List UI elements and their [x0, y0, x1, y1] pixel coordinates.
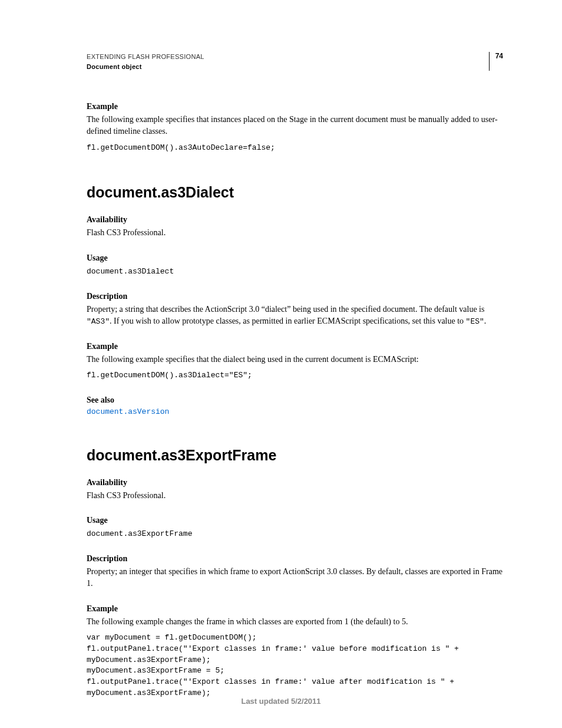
usage-label: Usage: [87, 253, 503, 263]
description-pre: Property; a string that describes the Ac…: [87, 305, 484, 314]
description-label: Description: [87, 554, 503, 564]
heading-as3exportframe: document.as3ExportFrame: [87, 447, 503, 464]
description-code1: "AS3": [87, 317, 110, 326]
example-text: The following example specifies that ins…: [87, 114, 503, 138]
heading-as3dialect: document.as3Dialect: [87, 184, 503, 201]
example-label: Example: [87, 604, 503, 614]
seealso-label: See also: [87, 396, 503, 405]
usage-label: Usage: [87, 516, 503, 525]
description-post: .: [484, 317, 487, 325]
example-label: Example: [87, 342, 503, 351]
footer-updated: Last updated 5/2/2011: [0, 697, 562, 706]
usage-code: document.as3Dialect: [87, 266, 503, 278]
example-text: The following example specifies that the…: [87, 354, 503, 365]
example-code: fl.getDocumentDOM().as3Dialect="ES";: [87, 370, 503, 381]
description-text: Property; an integer that specifies in w…: [87, 566, 503, 590]
example-text: The following example changes the frame …: [87, 616, 503, 628]
usage-code: document.as3ExportFrame: [87, 529, 503, 540]
seealso-link[interactable]: document.asVersion: [87, 407, 503, 416]
header-subtitle: Document object: [87, 62, 204, 72]
page-container: EXTENDING FLASH PROFESSIONAL Document ob…: [0, 0, 562, 728]
header-left: EXTENDING FLASH PROFESSIONAL Document ob…: [87, 52, 204, 71]
description-label: Description: [87, 292, 503, 301]
page-header: EXTENDING FLASH PROFESSIONAL Document ob…: [87, 52, 503, 71]
description-mid: . If you wish to allow prototype classes…: [110, 317, 466, 325]
availability-label: Availability: [87, 478, 503, 487]
description-text: Property; a string that describes the Ac…: [87, 304, 503, 328]
page-number: 74: [489, 52, 503, 71]
example-label: Example: [87, 102, 503, 111]
availability-text: Flash CS3 Professional.: [87, 490, 503, 502]
description-code2: "ES": [466, 317, 484, 326]
example-code: fl.getDocumentDOM().as3AutoDeclare=false…: [87, 143, 503, 154]
header-title: EXTENDING FLASH PROFESSIONAL: [87, 52, 204, 62]
availability-text: Flash CS3 Professional.: [87, 227, 503, 239]
availability-label: Availability: [87, 215, 503, 225]
example-code: var myDocument = fl.getDocumentDOM(); fl…: [87, 633, 503, 699]
